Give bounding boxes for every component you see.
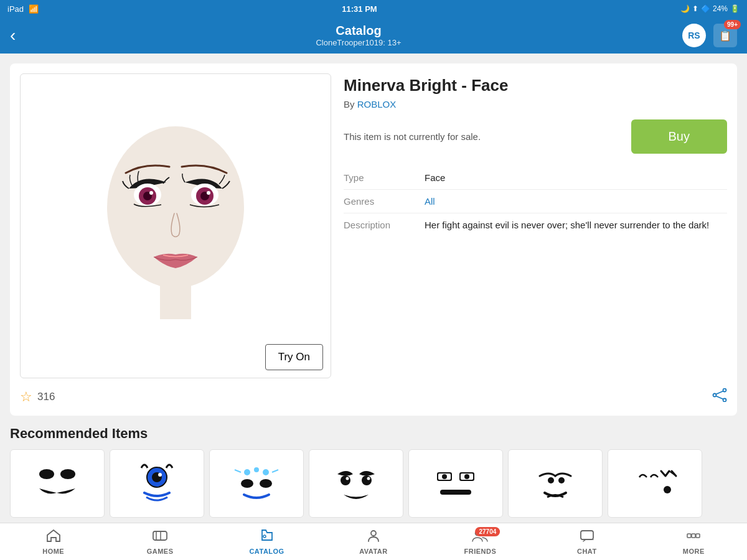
rec-item-4-image <box>328 459 384 508</box>
status-bar: iPad 📶 11:31 PM 🌙 ⬆ 🔷 24% 🔋 <box>0 0 747 17</box>
svg-point-28 <box>367 477 370 480</box>
bottom-nav: HOME GAMES CATALOG AVATAR 27704 FRIENDS … <box>0 523 747 560</box>
rec-item-2[interactable] <box>110 449 204 518</box>
moon-icon: 🌙 <box>680 4 690 13</box>
rec-item-3-image <box>228 459 284 508</box>
nav-avatar[interactable]: AVATAR <box>320 523 426 560</box>
more-icon <box>686 529 701 546</box>
nav-catalog[interactable]: CATALOG <box>214 523 320 560</box>
more-label: MORE <box>683 548 705 555</box>
header-center: Catalog CloneTrooper1019: 13+ <box>316 24 401 47</box>
item-image-container: Try On <box>20 73 331 378</box>
notification-icon: 📋 <box>719 30 731 42</box>
nav-more[interactable]: MORE <box>641 523 747 560</box>
item-card: Try On Minerva Bright - Face By ROBLOX T… <box>10 63 737 416</box>
svg-point-34 <box>464 474 469 479</box>
svg-line-13 <box>716 391 723 394</box>
svg-point-42 <box>263 535 266 538</box>
rec-item-3[interactable] <box>209 449 304 518</box>
notification-badge: 99+ <box>724 20 741 29</box>
nav-chat[interactable]: CHAT <box>533 523 640 560</box>
games-label: GAMES <box>147 548 174 555</box>
nav-home[interactable]: HOME <box>0 523 106 560</box>
favorite-star-icon[interactable]: ☆ <box>20 389 32 405</box>
home-label: HOME <box>42 548 64 555</box>
rec-item-7[interactable] <box>608 449 702 518</box>
svg-point-26 <box>362 475 372 485</box>
rec-item-6[interactable] <box>508 449 603 518</box>
svg-point-10 <box>723 389 726 392</box>
friends-badge: 27704 <box>475 527 500 536</box>
item-image <box>82 108 269 344</box>
svg-point-33 <box>442 474 447 479</box>
share-icon[interactable] <box>712 388 727 406</box>
genres-label: Genres <box>344 190 425 213</box>
avatar-icon <box>366 529 381 546</box>
rec-item-5[interactable] <box>408 449 503 518</box>
item-title: Minerva Bright - Face <box>344 76 727 95</box>
type-value: Face <box>425 166 727 190</box>
robux-button[interactable]: RS <box>682 24 706 47</box>
buy-button[interactable]: Buy <box>631 119 727 154</box>
games-icon <box>152 529 168 546</box>
description-row: Description Her fight against evil is ne… <box>344 213 727 237</box>
home-icon <box>46 529 61 546</box>
battery-icon: 🔋 <box>730 4 740 13</box>
rec-item-7-image <box>627 459 683 508</box>
item-card-top: Try On Minerva Bright - Face By ROBLOX T… <box>20 73 727 378</box>
main-content: Try On Minerva Bright - Face By ROBLOX T… <box>0 54 747 523</box>
svg-rect-46 <box>581 531 593 539</box>
rec-item-4[interactable] <box>309 449 403 518</box>
device-label: iPad <box>7 4 24 14</box>
status-left: iPad 📶 <box>7 4 39 14</box>
battery-label: 24% <box>713 4 728 13</box>
svg-rect-35 <box>440 490 471 495</box>
app-header: ‹ Catalog CloneTrooper1019: 13+ RS 📋 99+ <box>0 17 747 54</box>
svg-line-14 <box>716 396 723 399</box>
genres-value[interactable]: All <box>425 190 727 213</box>
sale-status: This item is not currently for sale. <box>344 131 481 142</box>
svg-point-19 <box>158 473 162 477</box>
svg-rect-47 <box>687 534 691 538</box>
svg-point-22 <box>254 467 259 472</box>
favorite-row: ☆ 316 <box>20 389 55 405</box>
recommended-grid <box>10 449 737 518</box>
svg-rect-1 <box>160 282 191 319</box>
svg-point-25 <box>341 475 350 485</box>
item-card-bottom: ☆ 316 <box>20 386 727 406</box>
svg-point-36 <box>548 477 554 483</box>
description-value: Her fight against evil is never over; sh… <box>425 213 727 237</box>
wifi-icon: 📶 <box>29 4 39 14</box>
location-icon: ⬆ <box>692 4 698 13</box>
chat-label: CHAT <box>577 548 597 555</box>
friends-label: FRIENDS <box>464 548 497 555</box>
svg-point-20 <box>244 469 250 475</box>
creator-link[interactable]: ROBLOX <box>357 99 397 110</box>
catalog-icon <box>260 529 275 546</box>
bluetooth-icon: 🔷 <box>701 4 710 13</box>
svg-point-38 <box>664 486 671 493</box>
svg-rect-49 <box>696 534 700 538</box>
back-button[interactable]: ‹ <box>10 26 35 45</box>
svg-rect-48 <box>692 534 695 538</box>
svg-rect-39 <box>153 531 167 540</box>
type-row: Type Face <box>344 166 727 190</box>
header-subtitle: CloneTrooper1019: 13+ <box>316 38 401 47</box>
svg-point-24 <box>260 479 272 488</box>
status-right: 🌙 ⬆ 🔷 24% 🔋 <box>680 4 740 13</box>
notification-button[interactable]: 📋 99+ <box>713 24 737 47</box>
rec-item-5-image <box>428 459 484 508</box>
svg-point-12 <box>713 394 716 397</box>
chat-icon <box>580 529 594 546</box>
svg-point-11 <box>723 399 726 402</box>
svg-point-5 <box>149 191 153 195</box>
try-on-button[interactable]: Try On <box>265 344 323 370</box>
rec-item-1[interactable] <box>10 449 105 518</box>
avatar-label: AVATAR <box>359 548 388 555</box>
nav-games[interactable]: GAMES <box>106 523 213 560</box>
svg-point-37 <box>558 477 565 483</box>
rec-item-6-image <box>527 459 583 508</box>
svg-point-27 <box>346 477 349 480</box>
nav-friends[interactable]: 27704 FRIENDS <box>427 523 533 560</box>
recommended-title: Recommended Items <box>10 426 737 442</box>
